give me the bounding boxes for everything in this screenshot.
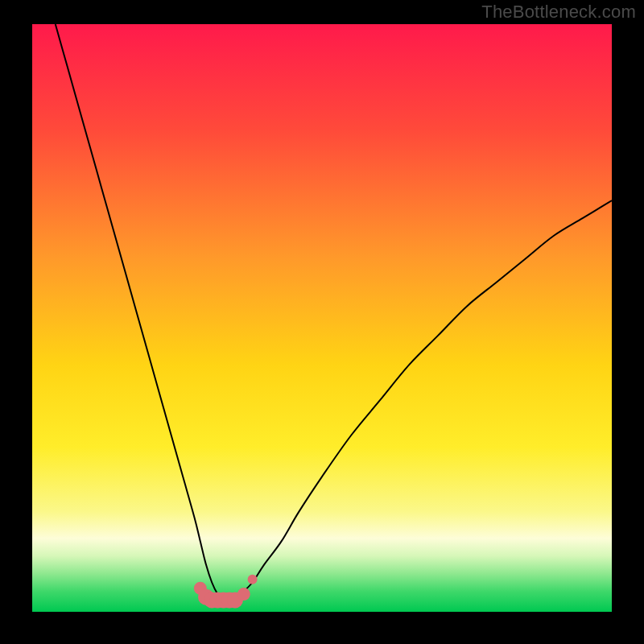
chart-svg [32,24,612,612]
gradient-background [32,24,612,612]
marker-dot [237,588,250,601]
marker-dot [248,575,258,584]
plot-area [32,24,612,612]
attribution-text: TheBottleneck.com [481,2,636,23]
chart-frame: TheBottleneck.com [0,0,644,644]
